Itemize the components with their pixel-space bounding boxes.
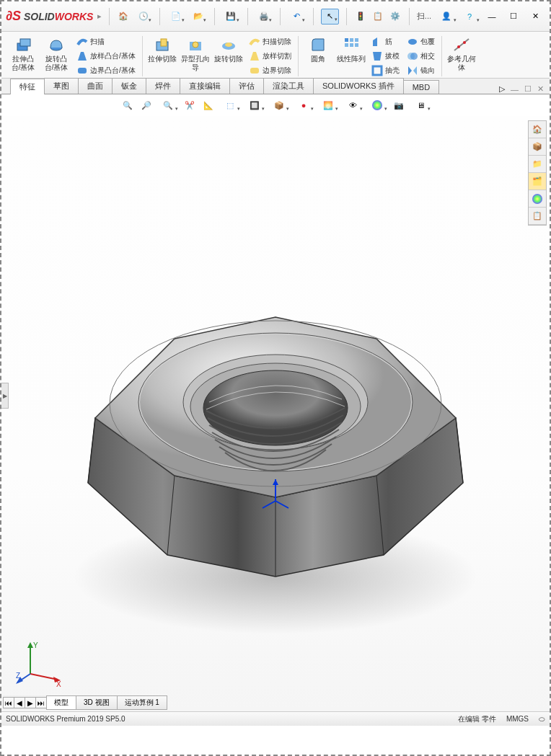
prev-view-icon: 🔍 — [163, 101, 173, 110]
doc-props-button[interactable]: 📋 — [371, 9, 384, 25]
coordinate-triad[interactable]: Y X Z — [16, 638, 66, 690]
new-button[interactable]: 📄 — [167, 9, 185, 25]
monitor-icon: 🖥 — [417, 101, 425, 110]
maximize-button[interactable]: ☐ — [503, 9, 524, 25]
tab-sketch[interactable]: 草图 — [44, 78, 79, 94]
tab-scroll-last-button[interactable]: ⏭ — [35, 697, 47, 708]
undo-icon: ↶ — [294, 12, 300, 21]
scene-button[interactable]: 🌅 — [317, 97, 339, 113]
status-units[interactable]: MMGS — [506, 715, 529, 723]
ref-geom-button[interactable]: 参考几何体 — [446, 35, 477, 74]
svg-rect-13 — [355, 38, 358, 42]
expand-arrow-icon[interactable]: ▸ — [97, 12, 102, 21]
mirror-button[interactable]: 镜向 — [404, 63, 438, 78]
user-button[interactable]: 👤 — [436, 9, 457, 25]
open-button[interactable]: 📂 — [190, 9, 208, 25]
sweep-cut-button[interactable]: 扫描切除 — [246, 35, 294, 49]
svg-rect-14 — [345, 43, 348, 47]
fillet-button[interactable]: 圆角 — [302, 35, 334, 65]
help-icon: ? — [467, 12, 472, 21]
eye-icon: 👁 — [349, 101, 357, 110]
hide-show-button[interactable]: 📦 — [268, 97, 290, 113]
tab-scroll-first-button[interactable]: ⏮ — [3, 697, 14, 708]
tab-direct-edit[interactable]: 直接编辑 — [180, 78, 230, 94]
view-settings-button[interactable]: 👁 — [342, 97, 363, 113]
doc-expand-icon[interactable]: ▷ — [499, 84, 505, 94]
new-icon: 📄 — [171, 12, 181, 21]
boundary-cut-button[interactable]: 边界切除 — [246, 63, 294, 78]
doc-close-icon[interactable]: ✕ — [537, 84, 544, 94]
tab-sheetmetal[interactable]: 钣金 — [112, 78, 146, 94]
orientation-button[interactable]: ⬚ — [219, 97, 241, 113]
save-button[interactable]: 💾 — [222, 9, 240, 25]
linear-pattern-button[interactable]: 线性阵列 — [335, 35, 367, 65]
wrap-button[interactable]: 包覆 — [404, 35, 438, 49]
palette-icon: 🗂️ — [532, 177, 542, 186]
render-tools-button[interactable]: 📷 — [391, 97, 407, 113]
taskpane-custom-props-button[interactable]: 📋 — [529, 208, 546, 225]
draft-button[interactable]: 拔模 — [369, 49, 402, 63]
revolve-cut-button[interactable]: 旋转切除 — [213, 35, 244, 65]
minimize-button[interactable]: — — [482, 9, 502, 25]
home-icon: 🏠 — [118, 12, 128, 21]
boundary-cut-icon — [249, 65, 260, 76]
doc-tab-3dview[interactable]: 3D 视图 — [76, 695, 118, 710]
taskpane-resources-button[interactable]: 📦 — [529, 138, 546, 156]
select-button[interactable]: ↖ — [321, 9, 339, 25]
shell-icon — [371, 65, 383, 76]
taskpane-library-button[interactable]: 📁 — [529, 156, 546, 173]
rebuild-button[interactable]: 🚦 — [354, 9, 367, 25]
tab-features[interactable]: 特征 — [10, 79, 45, 94]
extrude-cut-button[interactable]: 拉伸切除 — [146, 35, 178, 65]
prev-view-button[interactable]: 🔍 — [157, 97, 179, 113]
status-extra-icon[interactable]: ⬭ — [539, 715, 545, 724]
rib-button[interactable]: 筋 — [369, 35, 402, 49]
tab-render[interactable]: 渲染工具 — [263, 78, 314, 94]
tab-mbd[interactable]: MBD — [403, 80, 439, 94]
tab-scroll-prev-button[interactable]: ◀ — [14, 697, 25, 708]
print-button[interactable]: 🖨️ — [255, 9, 273, 25]
tab-surfaces[interactable]: 曲面 — [78, 78, 113, 94]
taskpane-home-button[interactable]: 🏠 — [529, 121, 546, 138]
settings-button[interactable]: ⚙️ — [389, 9, 402, 25]
taskpane-appearances-button[interactable] — [529, 190, 546, 208]
revolve-boss-button[interactable]: 旋转凸台/基体 — [40, 35, 72, 74]
color-ball-icon — [532, 193, 543, 205]
loft-cut-button[interactable]: 放样切割 — [246, 49, 294, 63]
help-button[interactable]: ? — [459, 9, 480, 25]
tab-addins[interactable]: SOLIDWORKS 插件 — [313, 78, 404, 94]
shell-button[interactable]: 抽壳 — [369, 63, 402, 78]
extrude-boss-button[interactable]: 拉伸凸台/基体 — [7, 35, 39, 74]
close-button[interactable]: ✕ — [525, 9, 545, 25]
hole-wizard-button[interactable]: 异型孔向导 — [180, 35, 211, 74]
search-label[interactable]: 扫... — [417, 11, 431, 22]
doc-tab-model[interactable]: 模型 — [46, 695, 76, 710]
boundary-boss-button[interactable]: 边界凸台/基体 — [74, 63, 138, 78]
tab-weldments[interactable]: 焊件 — [146, 78, 180, 94]
viewport-3d[interactable]: 🏠 📦 📁 🗂️ 📋 — [1, 116, 550, 711]
tab-scroll-next-button[interactable]: ▶ — [25, 697, 36, 708]
home-button[interactable]: 🏠 — [117, 9, 130, 25]
doc-min-icon[interactable]: — — [511, 85, 519, 94]
appearance-button[interactable]: ● — [293, 97, 314, 113]
apply-scene-button[interactable]: 🖥 — [410, 97, 431, 113]
zoom-fit-button[interactable]: 🔍 — [120, 97, 136, 113]
taskpane-view-palette-button[interactable]: 🗂️ — [529, 173, 546, 190]
doc-max-icon[interactable]: ☐ — [524, 84, 532, 94]
zoom-area-button[interactable]: 🔎 — [138, 97, 154, 113]
feature-tree-flyout-handle[interactable]: ▶ — [1, 383, 9, 409]
loft-cut-icon — [249, 50, 260, 62]
display-style-button[interactable]: 🔲 — [244, 97, 265, 113]
section-view-button[interactable]: ✂️ — [182, 97, 198, 113]
tab-evaluate[interactable]: 评估 — [229, 78, 264, 94]
undo-button[interactable]: ↶ — [288, 9, 306, 25]
loft-boss-button[interactable]: 放样凸台/基体 — [74, 49, 138, 63]
recent-button[interactable]: 🕓 — [134, 9, 152, 25]
appearance-icon: ● — [301, 101, 307, 110]
intersect-button[interactable]: 相交 — [404, 49, 438, 63]
edit-appearance-button[interactable] — [366, 97, 388, 113]
sweep-button[interactable]: 扫描 — [74, 35, 138, 49]
properties-icon: 📋 — [373, 12, 383, 21]
dynamic-annotation-button[interactable]: 📐 — [200, 97, 216, 113]
doc-tab-motion[interactable]: 运动算例 1 — [117, 695, 167, 710]
